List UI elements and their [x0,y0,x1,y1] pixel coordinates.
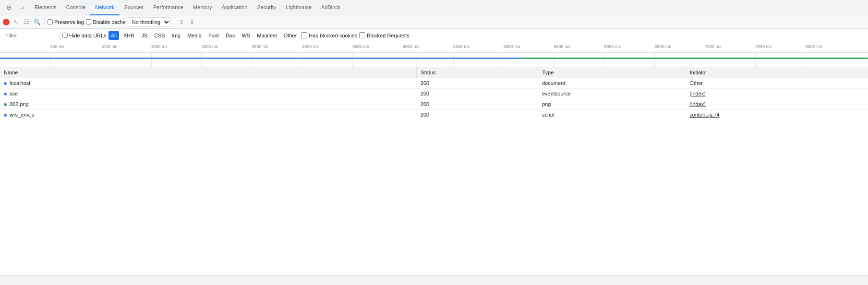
table-header-row: Name Status Type Initiator [0,67,868,78]
filter-input[interactable] [3,31,60,40]
filter-bar: Hide data URLs All XHR JS CSS Img Media … [0,29,868,42]
devtools-tab-bar: ⊖ ▭ Elements Console Network Sources Per… [0,0,868,15]
cell-initiator[interactable]: (index) [686,99,868,109]
table-row[interactable]: 002.png200png(index) [0,99,868,109]
tab-elements[interactable]: Elements [30,0,61,15]
filter-font[interactable]: Font [206,31,221,40]
timeline-tick: 2000 ms [201,44,218,49]
timeline-tick: 6500 ms [654,44,671,49]
timeline-progress-bar [0,58,868,59]
column-header-type[interactable]: Type [538,67,686,78]
filter-xhr[interactable]: XHR [121,31,137,40]
search-icon[interactable]: 🔍 [33,18,41,26]
column-header-status[interactable]: Status [417,67,538,78]
preserve-log-checkbox[interactable] [48,19,53,24]
cell-initiator: Other [686,78,868,88]
timeline-cursor [417,53,418,67]
timeline-header: 500 ms1000 ms1500 ms2000 ms2500 ms3000 m… [0,42,868,53]
cell-name[interactable]: 002.png [0,99,417,109]
tab-lighthouse[interactable]: Lighthouse [281,0,316,15]
hide-data-urls-label[interactable]: Hide data URLs [62,33,107,38]
table-row[interactable]: sse200eventsource(index) [0,88,868,99]
clear-button[interactable]: ␡ [12,18,20,26]
filter-media[interactable]: Media [185,31,204,40]
disable-cache-label[interactable]: Disable cache [86,19,126,25]
timeline-tick: 8000 ms [806,44,822,49]
cell-status: 200 [417,109,538,120]
tab-sources[interactable]: Sources [120,0,148,15]
tab-memory[interactable]: Memory [188,0,217,15]
inspect-icon[interactable]: ⊖ [4,3,13,12]
tab-security[interactable]: Security [252,0,281,15]
record-button[interactable] [3,19,10,25]
column-header-name[interactable]: Name [0,67,417,78]
blocked-requests-label[interactable]: Blocked Requests [359,32,410,38]
timeline-tick: 4500 ms [453,44,470,49]
cell-initiator[interactable]: content.js:74 [686,109,868,120]
timeline-tick: 1000 ms [101,44,118,49]
cell-status: 200 [417,88,538,99]
preserve-log-label[interactable]: Preserve log [48,19,84,25]
timeline-tick: 5000 ms [504,44,520,49]
tab-console[interactable]: Console [61,0,90,15]
filter-icon[interactable]: ☷ [22,18,31,26]
filter-css[interactable]: CSS [152,31,168,40]
timeline-tick: 3000 ms [302,44,319,49]
cell-type: eventsource [538,88,686,99]
timeline-tick: 4000 ms [403,44,420,49]
timeline-tick: 7500 ms [755,44,772,49]
timeline-tick: 5500 ms [554,44,571,49]
has-blocked-cookies-label[interactable]: Has blocked cookies [301,32,357,38]
filter-js[interactable]: JS [139,31,150,40]
network-table: Name Status Type Initiator localhost200d… [0,67,868,120]
timeline-tick: 1500 ms [151,44,168,49]
timeline-tick: 500 ms [50,44,65,49]
timeline-bar-area [0,53,868,67]
hide-data-urls-checkbox[interactable] [62,33,68,38]
disable-cache-checkbox[interactable] [86,19,91,24]
toolbar-divider2 [174,18,174,26]
network-toolbar: ␡ ☷ 🔍 Preserve log Disable cache No thro… [0,15,868,29]
tab-network[interactable]: Network [90,0,119,15]
blocked-requests-checkbox[interactable] [359,32,365,38]
tab-adblock[interactable]: AdBlock [316,0,345,15]
has-blocked-cookies-checkbox[interactable] [301,32,307,38]
import-icon[interactable]: ⇧ [177,18,186,26]
cell-name[interactable]: localhost [0,78,417,88]
main-content: 500 ms1000 ms1500 ms2000 ms2500 ms3000 m… [0,42,868,266]
timeline-tick: 2500 ms [252,44,268,49]
tab-performance[interactable]: Performance [148,0,188,15]
timeline-tick: 7000 ms [705,44,722,49]
cell-name[interactable]: sse [0,88,417,99]
timeline-tick: 3500 ms [352,44,369,49]
filter-ws[interactable]: WS [239,31,253,40]
table-row[interactable]: wrs_env.js200scriptcontent.js:74 [0,109,868,120]
filter-other[interactable]: Other [281,31,300,40]
table-row[interactable]: localhost200documentOther [0,78,868,88]
column-header-initiator[interactable]: Initiator [686,67,868,78]
export-icon[interactable]: ⇩ [188,18,196,26]
cell-type: png [538,99,686,109]
cell-name[interactable]: wrs_env.js [0,109,417,120]
toolbar-divider [44,18,45,26]
device-icon[interactable]: ▭ [16,3,26,12]
cell-initiator[interactable]: (index) [686,88,868,99]
timeline-tick: 6000 ms [604,44,621,49]
cell-type: script [538,109,686,120]
cell-type: document [538,78,686,88]
throttle-select[interactable]: No throttling [128,17,171,27]
cell-status: 200 [417,99,538,109]
tab-application[interactable]: Application [217,0,253,15]
filter-all[interactable]: All [108,31,119,40]
cell-status: 200 [417,78,538,88]
filter-manifest[interactable]: Manifest [254,31,279,40]
filter-doc[interactable]: Doc [223,31,238,40]
filter-img[interactable]: Img [169,31,183,40]
